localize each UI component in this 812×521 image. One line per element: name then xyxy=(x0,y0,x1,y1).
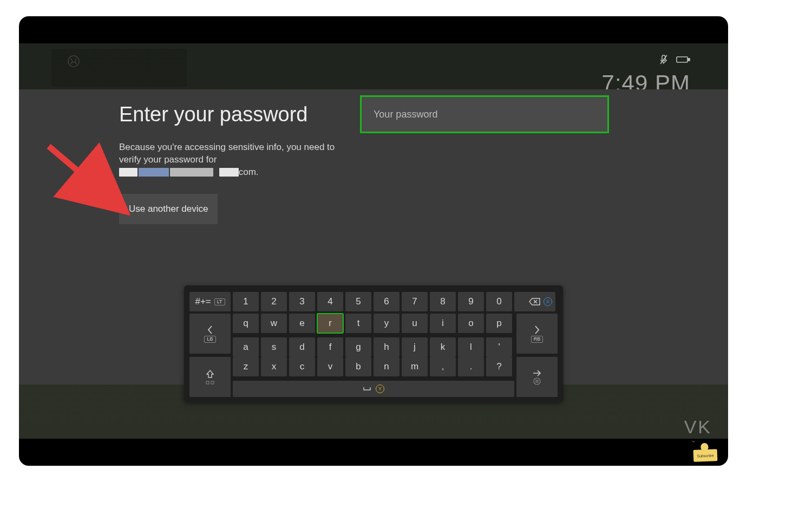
chevron-left-icon xyxy=(206,324,214,335)
key-question[interactable]: ? xyxy=(486,357,512,376)
key-q[interactable]: q xyxy=(233,314,259,333)
svg-rect-8 xyxy=(206,381,209,384)
x-button-badge: X xyxy=(543,297,552,306)
y-button-badge: Y xyxy=(376,385,384,393)
caps-indicator-icon xyxy=(205,380,215,385)
onscreen-keyboard: #+= LT 1 2 3 4 5 6 7 8 9 0 X LB xyxy=(184,285,563,402)
dialog-title: Enter your password xyxy=(119,103,357,126)
dialog-desc-post: com. xyxy=(239,167,259,177)
key-f[interactable]: f xyxy=(317,337,343,357)
svg-point-10 xyxy=(534,378,540,385)
use-another-device-button[interactable]: Use another device xyxy=(119,194,218,224)
key-t[interactable]: t xyxy=(345,314,371,333)
key-o[interactable]: o xyxy=(458,314,484,333)
background-card xyxy=(51,49,187,87)
svg-rect-4 xyxy=(688,58,690,61)
password-input[interactable]: Your password xyxy=(360,95,609,133)
key-h[interactable]: h xyxy=(374,337,400,357)
cursor-left-key[interactable]: LB xyxy=(189,314,231,354)
key-v[interactable]: v xyxy=(317,357,343,376)
subscribe-sticker: Subscribe xyxy=(693,449,718,462)
key-y[interactable]: y xyxy=(374,314,400,333)
key-7[interactable]: 7 xyxy=(402,292,428,311)
key-w[interactable]: w xyxy=(261,314,287,333)
symbols-label: #+= xyxy=(195,296,211,307)
key-x[interactable]: x xyxy=(261,357,287,376)
backspace-key[interactable]: X xyxy=(514,292,555,311)
key-i[interactable]: i xyxy=(430,314,456,333)
key-comma[interactable]: , xyxy=(430,357,456,376)
lt-badge: LT xyxy=(214,298,225,305)
key-s[interactable]: s xyxy=(261,337,287,357)
dialog-description: Because you're accessing sensitive info,… xyxy=(119,141,357,179)
redacted-segment xyxy=(170,168,213,177)
shift-arrow-icon xyxy=(205,369,215,379)
key-apostrophe[interactable]: ' xyxy=(486,337,512,357)
spacebar-key[interactable]: Y xyxy=(233,381,514,397)
key-k[interactable]: k xyxy=(430,337,456,357)
key-c[interactable]: c xyxy=(289,357,315,376)
cursor-right-key[interactable]: RB xyxy=(516,314,558,354)
key-9[interactable]: 9 xyxy=(458,292,484,311)
key-period[interactable]: . xyxy=(458,357,484,376)
key-6[interactable]: 6 xyxy=(374,292,400,311)
svg-point-0 xyxy=(68,56,79,67)
shift-key[interactable] xyxy=(189,357,231,397)
enter-key[interactable] xyxy=(516,357,558,397)
key-l[interactable]: l xyxy=(458,337,484,357)
key-2[interactable]: 2 xyxy=(261,292,287,311)
key-5[interactable]: 5 xyxy=(345,292,371,311)
menu-circle-icon xyxy=(533,377,541,385)
svg-rect-9 xyxy=(211,381,214,384)
symbols-key[interactable]: #+= LT xyxy=(189,292,231,311)
key-n[interactable]: n xyxy=(374,357,400,376)
chevron-right-icon xyxy=(533,324,541,335)
svg-line-7 xyxy=(534,300,537,303)
backspace-icon xyxy=(529,297,541,306)
key-0[interactable]: 0 xyxy=(486,292,512,311)
key-a[interactable]: a xyxy=(233,337,259,357)
key-d[interactable]: d xyxy=(289,337,315,357)
rb-badge: RB xyxy=(531,336,543,343)
dialog-desc-pre: Because you're accessing sensitive info,… xyxy=(119,142,335,165)
xbox-logo-icon xyxy=(68,55,80,67)
redacted-segment xyxy=(119,168,137,177)
key-u[interactable]: u xyxy=(402,314,428,333)
svg-line-6 xyxy=(534,300,537,303)
key-b[interactable]: b xyxy=(345,357,371,376)
space-icon xyxy=(363,386,371,392)
watermark: VK xyxy=(684,416,712,438)
key-4[interactable]: 4 xyxy=(317,292,343,311)
key-z[interactable]: z xyxy=(233,357,259,376)
password-placeholder: Your password xyxy=(374,109,437,120)
svg-rect-3 xyxy=(677,57,687,62)
key-g[interactable]: g xyxy=(345,337,371,357)
key-p[interactable]: p xyxy=(486,314,512,333)
key-1[interactable]: 1 xyxy=(233,292,259,311)
key-8[interactable]: 8 xyxy=(430,292,456,311)
lb-badge: LB xyxy=(204,336,215,343)
key-3[interactable]: 3 xyxy=(289,292,315,311)
watermark-caret-icon: ⌄ xyxy=(690,435,697,444)
mic-muted-icon xyxy=(659,54,669,67)
key-r[interactable]: r xyxy=(317,314,343,333)
redacted-segment xyxy=(139,168,169,177)
key-e[interactable]: e xyxy=(289,314,315,333)
screenshot-frame: 7:49 PM Enter your password Because you'… xyxy=(19,16,728,466)
redacted-segment xyxy=(219,168,239,177)
key-m[interactable]: m xyxy=(402,357,428,376)
battery-icon xyxy=(676,55,690,66)
enter-arrow-icon xyxy=(532,369,542,377)
key-j[interactable]: j xyxy=(402,337,428,357)
